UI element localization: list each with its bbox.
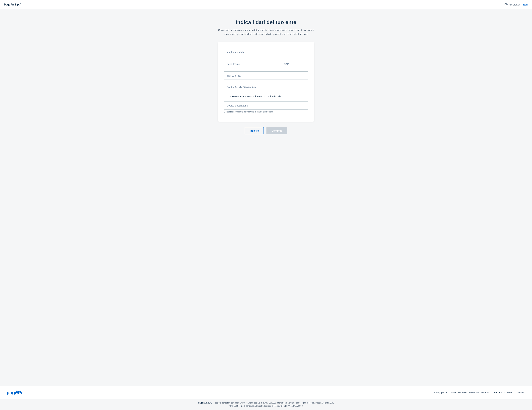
footer-top: pago PA Privacy policy Diritto alla prot…: [0, 386, 532, 399]
codice-hint: È il codice necessario per ricevere le f…: [224, 111, 308, 113]
svg-text:PA: PA: [18, 390, 22, 395]
form-card: La Partita IVA non coincide con il Codic…: [218, 42, 314, 122]
cap-group: [281, 60, 308, 68]
svg-point-1: [16, 392, 18, 393]
header: PagoPA S.p.A. ? Assistenza Esci: [0, 0, 532, 9]
privacy-policy-link[interactable]: Privacy policy: [433, 391, 446, 394]
esci-link[interactable]: Esci: [523, 3, 528, 6]
svg-point-2: [16, 390, 18, 392]
help-icon: ?: [504, 3, 508, 6]
indirizzo-pec-group: [224, 71, 308, 80]
footer: pago PA Privacy policy Diritto alla prot…: [0, 386, 532, 410]
cap-input[interactable]: [281, 60, 308, 68]
chevron-down-icon: ▾: [524, 391, 525, 393]
language-selector[interactable]: Italiano ▾: [517, 391, 525, 394]
footer-company-name: PagoPA S.p.A.: [198, 402, 212, 404]
sede-legale-input[interactable]: [224, 60, 278, 68]
footer-logo: pago PA: [7, 390, 22, 396]
sede-legale-group: [224, 60, 278, 68]
continua-button[interactable]: Continua: [266, 127, 287, 134]
assistenza-label: Assistenza: [509, 3, 520, 6]
protezione-dati-link[interactable]: Diritto alla protezione dei dati persona…: [451, 391, 489, 394]
page-title: Indica i dati del tuo ente: [236, 19, 296, 25]
ragione-sociale-group: [224, 48, 308, 56]
partita-iva-checkbox[interactable]: [224, 95, 227, 98]
partita-iva-label[interactable]: La Partita IVA non coincide con il Codic…: [229, 95, 281, 98]
language-label: Italiano: [517, 391, 524, 394]
ragione-sociale-input[interactable]: [224, 48, 308, 56]
header-logo: PagoPA S.p.A.: [4, 3, 22, 6]
indietro-button[interactable]: Indietro: [245, 127, 264, 134]
codice-fiscale-input[interactable]: [224, 83, 308, 91]
svg-text:pago: pago: [7, 390, 18, 395]
button-row: Indietro Continua: [245, 127, 287, 134]
footer-links: Privacy policy Diritto alla protezione d…: [433, 391, 525, 394]
page-subtitle: Conferma, modifica o inserisci i dati ri…: [218, 28, 314, 36]
footer-bottom: PagoPA S.p.A. — società per azioni con s…: [0, 399, 532, 410]
header-actions: ? Assistenza Esci: [504, 3, 528, 6]
partita-iva-checkbox-group: La Partita IVA non coincide con il Codic…: [224, 95, 308, 98]
codice-destinatario-group: È il codice necessario per ricevere le f…: [224, 101, 308, 113]
footer-bottom-text2: CAP 00187 - n. di iscrizione a Registro …: [229, 405, 303, 407]
main-content: Indica i dati del tuo ente Conferma, mod…: [0, 9, 532, 386]
codice-fiscale-group: [224, 83, 308, 91]
pagopa-logo-svg: pago PA: [7, 390, 22, 396]
codice-destinatario-input[interactable]: [224, 101, 308, 110]
footer-bottom-text1: — società per azioni con socio unico - c…: [212, 402, 334, 404]
termini-link[interactable]: Termini e condizioni: [493, 391, 512, 394]
indirizzo-pec-input[interactable]: [224, 71, 308, 80]
assistenza-button[interactable]: ? Assistenza: [504, 3, 520, 6]
sede-cap-row: [224, 60, 308, 68]
